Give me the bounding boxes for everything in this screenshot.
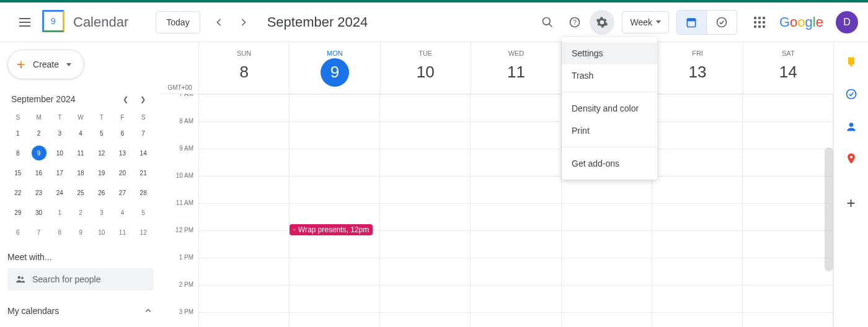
keep-button[interactable] xyxy=(844,54,859,69)
menu-item-addons[interactable]: Get add-ons xyxy=(562,152,657,175)
mini-cal-day[interactable]: 5 xyxy=(91,123,112,143)
help-button[interactable]: ? xyxy=(562,10,587,35)
mini-cal-day[interactable]: 7 xyxy=(133,123,154,143)
add-addon-button[interactable]: + xyxy=(844,196,859,211)
app-logo-block[interactable]: 9 Calendar xyxy=(42,10,128,35)
main-menu-button[interactable] xyxy=(10,7,40,37)
create-button[interactable]: + Create xyxy=(7,50,84,79)
current-date-range[interactable]: September 2024 xyxy=(267,14,533,30)
search-people-input[interactable]: Search for people xyxy=(7,268,154,290)
mini-cal-day[interactable]: 23 xyxy=(29,183,50,203)
mini-cal-day[interactable]: 4 xyxy=(70,123,91,143)
calendar-icon xyxy=(685,16,698,28)
day-header[interactable]: MON9 xyxy=(289,42,379,94)
settings-button[interactable] xyxy=(590,10,614,35)
mini-cal-day[interactable]: 30 xyxy=(29,203,50,222)
prev-period-button[interactable] xyxy=(208,11,230,33)
mini-cal-day[interactable]: 18 xyxy=(70,163,91,183)
day-number[interactable]: 9 xyxy=(321,58,349,87)
menu-item-print[interactable]: Print xyxy=(562,120,657,142)
mini-cal-day[interactable]: 17 xyxy=(49,163,70,183)
day-header[interactable]: WED11 xyxy=(471,42,561,94)
mini-cal-day[interactable]: 19 xyxy=(91,163,112,183)
day-of-week-label: MON xyxy=(327,50,343,57)
mini-cal-day[interactable]: 14 xyxy=(133,143,154,163)
mini-cal-day[interactable]: 11 xyxy=(112,222,133,242)
mini-cal-day[interactable]: 27 xyxy=(112,183,133,203)
search-button[interactable] xyxy=(535,10,560,35)
mini-cal-day[interactable]: 1 xyxy=(7,123,29,143)
mini-cal-day[interactable]: 8 xyxy=(49,222,70,242)
view-selector[interactable]: Week xyxy=(622,11,669,33)
day-header[interactable]: SAT14 xyxy=(743,42,833,94)
mini-cal-day[interactable]: 28 xyxy=(133,183,154,203)
mini-cal-day[interactable]: 2 xyxy=(29,123,50,143)
mini-cal-day[interactable]: 29 xyxy=(7,203,29,222)
menu-item-trash[interactable]: Trash xyxy=(562,64,657,87)
day-header[interactable]: SUN8 xyxy=(198,42,289,94)
event-grid[interactable]: Wrap presents, 12pm xyxy=(198,94,833,327)
mini-cal-day[interactable]: 13 xyxy=(112,143,133,163)
mini-cal-next-button[interactable]: ❯ xyxy=(135,92,150,107)
mini-cal-day[interactable]: 15 xyxy=(7,163,29,183)
calendar-tab[interactable] xyxy=(677,11,707,34)
mini-cal-day[interactable]: 3 xyxy=(91,203,112,222)
mini-cal-day[interactable]: 16 xyxy=(29,163,50,183)
mini-cal-day[interactable]: 26 xyxy=(91,183,112,203)
mini-cal-day[interactable]: 6 xyxy=(7,222,29,242)
menu-item-density[interactable]: Density and color xyxy=(562,97,657,120)
mini-cal-day[interactable]: 10 xyxy=(91,222,112,242)
chevron-up-icon xyxy=(143,305,154,316)
mini-cal-day[interactable]: 6 xyxy=(112,123,133,143)
svg-rect-10 xyxy=(848,58,854,65)
day-number[interactable]: 11 xyxy=(502,58,530,87)
svg-point-9 xyxy=(293,229,295,230)
menu-divider xyxy=(562,92,657,92)
svg-rect-5 xyxy=(688,19,696,21)
mini-cal-day[interactable]: 3 xyxy=(49,123,70,143)
mini-cal-day[interactable]: 8 xyxy=(7,143,29,163)
day-header[interactable]: TUE10 xyxy=(380,42,471,94)
my-calendars-toggle[interactable]: My calendars xyxy=(7,305,154,316)
mini-cal-day[interactable]: 11 xyxy=(70,143,91,163)
mini-cal-day[interactable]: 5 xyxy=(133,203,154,222)
mini-cal-day[interactable]: 2 xyxy=(70,203,91,222)
contacts-button[interactable] xyxy=(844,119,859,134)
app-title: Calendar xyxy=(73,14,128,30)
day-number[interactable]: 14 xyxy=(774,58,802,87)
people-icon xyxy=(15,274,26,285)
mini-cal-day[interactable]: 21 xyxy=(133,163,154,183)
time-label: 12 PM xyxy=(161,227,198,254)
day-number[interactable]: 8 xyxy=(230,58,259,87)
mini-cal-prev-button[interactable]: ❮ xyxy=(118,92,133,107)
mini-cal-day[interactable]: 1 xyxy=(49,203,70,222)
day-header[interactable]: FRI13 xyxy=(652,42,742,94)
mini-cal-day[interactable]: 22 xyxy=(7,183,29,203)
day-number[interactable]: 10 xyxy=(411,58,440,87)
settings-dropdown-menu: Settings Trash Density and color Print G… xyxy=(562,37,657,180)
mini-cal-day[interactable]: 24 xyxy=(49,183,70,203)
maps-button[interactable] xyxy=(844,151,859,166)
mini-cal-day[interactable]: 25 xyxy=(70,183,91,203)
mini-cal-day[interactable]: 7 xyxy=(29,222,50,242)
next-period-button[interactable] xyxy=(232,11,255,33)
menu-item-settings[interactable]: Settings xyxy=(562,42,657,64)
account-avatar[interactable]: D xyxy=(836,11,858,33)
mini-cal-day[interactable]: 4 xyxy=(112,203,133,222)
today-button[interactable]: Today xyxy=(156,11,200,33)
time-label: 1 PM xyxy=(161,254,198,281)
mini-cal-day[interactable]: 20 xyxy=(112,163,133,183)
vertical-scrollbar[interactable] xyxy=(825,147,833,271)
mini-cal-day[interactable]: 12 xyxy=(133,222,154,242)
mini-cal-day[interactable]: 10 xyxy=(49,143,70,163)
mini-calendar: SMTWTFS123456789101112131415161718192021… xyxy=(7,111,154,242)
event-chip[interactable]: Wrap presents, 12pm xyxy=(290,224,373,235)
tasks-button[interactable] xyxy=(844,87,859,102)
mini-cal-day[interactable]: 12 xyxy=(91,143,112,163)
mini-cal-day[interactable]: 9 xyxy=(29,143,50,163)
mini-cal-day[interactable]: 9 xyxy=(70,222,91,242)
chevron-left-icon xyxy=(213,16,225,28)
google-apps-button[interactable] xyxy=(747,10,772,35)
tasks-tab[interactable] xyxy=(707,11,737,34)
day-number[interactable]: 13 xyxy=(683,58,712,87)
